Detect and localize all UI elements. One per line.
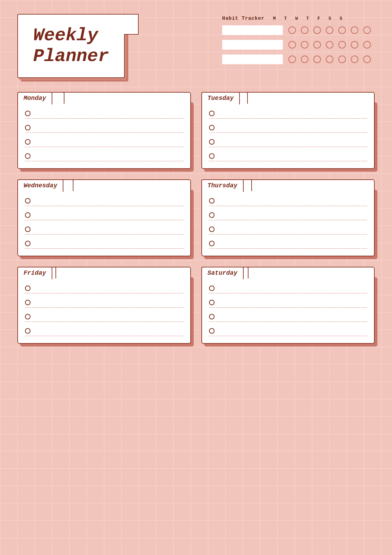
task-list-thursday (209, 197, 367, 249)
title-main: Weekly Planner (17, 14, 125, 78)
task-line (34, 299, 183, 305)
habit-circle[interactable] (301, 26, 308, 34)
task-line (218, 240, 367, 246)
task-item (25, 327, 183, 336)
habit-circles-3 (288, 56, 371, 63)
habit-circle[interactable] (363, 41, 371, 49)
habit-row-3 (222, 54, 375, 64)
habit-row-2 (222, 40, 375, 50)
habit-circle[interactable] (351, 41, 358, 49)
task-item (209, 240, 367, 249)
habit-circle[interactable] (326, 41, 333, 49)
habit-circle[interactable] (326, 56, 333, 63)
task-line (34, 197, 183, 203)
task-line (34, 313, 183, 319)
task-line (218, 212, 367, 217)
habit-circle[interactable] (338, 56, 346, 63)
habit-row-1 (222, 25, 375, 35)
habit-circle[interactable] (313, 56, 321, 63)
task-line (34, 124, 183, 130)
task-line (218, 327, 367, 333)
task-line (218, 153, 367, 158)
task-item (209, 285, 367, 293)
task-item (209, 197, 367, 206)
habit-circle[interactable] (313, 41, 321, 49)
task-line (218, 313, 367, 319)
habit-circle[interactable] (363, 26, 371, 34)
habit-tracker-header: Habit Tracker M T W T F S S (222, 16, 375, 21)
task-bullet (209, 212, 215, 218)
task-line (34, 110, 183, 116)
days-grid: Monday Tuesday (17, 92, 375, 344)
task-item (25, 153, 183, 161)
day-card-inner: Monday (17, 92, 191, 169)
task-list-friday (25, 285, 183, 336)
day-tab-saturday: Saturday (201, 267, 244, 279)
task-line (34, 212, 183, 217)
tab-notch-thursday (244, 179, 252, 191)
task-line (218, 226, 367, 231)
habit-circles-1 (288, 26, 371, 34)
task-item (25, 226, 183, 234)
day-card-inner: Saturday (201, 267, 375, 344)
habit-circle[interactable] (363, 56, 371, 63)
task-line (34, 138, 183, 144)
task-list-tuesday (209, 110, 367, 161)
day-tab-thursday: Thursday (201, 179, 244, 192)
habit-name-2[interactable] (222, 40, 283, 50)
day-label-m: M (271, 16, 278, 21)
task-line (218, 124, 367, 130)
task-bullet (209, 111, 215, 116)
day-name-wednesday: Wednesday (24, 182, 57, 189)
task-item (25, 110, 183, 119)
task-item (209, 110, 367, 119)
task-item (25, 138, 183, 147)
day-label-w: W (294, 16, 300, 21)
task-line (218, 197, 367, 203)
day-name-tuesday: Tuesday (208, 95, 234, 102)
habit-circle[interactable] (313, 26, 321, 34)
day-tab-wednesday: Wednesday (17, 179, 63, 192)
task-item (25, 285, 183, 293)
task-item (25, 313, 183, 322)
task-bullet (25, 241, 31, 246)
task-item (209, 124, 367, 133)
habit-circle[interactable] (351, 56, 358, 63)
task-bullet (25, 227, 31, 232)
day-name-monday: Monday (24, 95, 46, 102)
task-item (25, 240, 183, 249)
habit-circle[interactable] (351, 26, 358, 34)
habit-name-1[interactable] (222, 25, 283, 35)
task-line (218, 138, 367, 144)
task-bullet (209, 241, 215, 246)
day-card-monday: Monday (17, 92, 191, 169)
task-line (34, 285, 183, 290)
tab-notch-tuesday (240, 92, 248, 104)
task-item (209, 138, 367, 147)
habit-circle[interactable] (326, 26, 333, 34)
day-tab-monday: Monday (17, 92, 52, 104)
habit-circle[interactable] (338, 41, 346, 49)
day-name-saturday: Saturday (208, 270, 237, 276)
habit-name-3[interactable] (222, 54, 283, 64)
habit-circle[interactable] (301, 56, 308, 63)
task-line (34, 153, 183, 158)
task-item (209, 212, 367, 220)
task-item (25, 124, 183, 133)
habit-circle[interactable] (338, 26, 346, 34)
task-bullet (209, 285, 215, 291)
habit-circle[interactable] (288, 56, 296, 63)
day-card-thursday: Thursday (201, 179, 375, 256)
task-item (209, 299, 367, 308)
task-item (209, 327, 367, 336)
habit-circle[interactable] (301, 41, 308, 49)
task-line (34, 327, 183, 333)
task-bullet (209, 314, 215, 319)
task-bullet (209, 300, 215, 305)
tab-notch-monday (57, 92, 64, 104)
habit-circle[interactable] (288, 41, 296, 49)
task-line (218, 299, 367, 305)
task-list-saturday (209, 285, 367, 336)
habit-circle[interactable] (288, 26, 296, 34)
day-name-thursday: Thursday (208, 182, 237, 189)
